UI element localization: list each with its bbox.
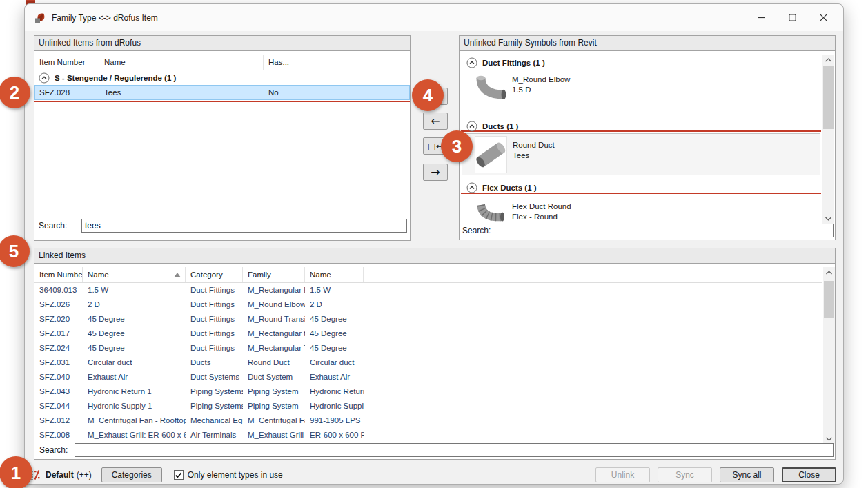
collapse-group-icon[interactable] [39,72,50,84]
footer-left-cluster: Default (++) Categories Only element typ… [30,467,283,483]
search-label: Search: [462,226,491,235]
search-label: Search: [39,445,68,455]
column-header-name-sorted[interactable]: Name [83,267,186,282]
annotation-circle-3: 3 [441,130,473,162]
group-row-stengende-regulerende[interactable]: S - Stengende / Regulerende (1 ) [34,71,410,85]
categories-button[interactable]: Categories [101,467,162,482]
table-row[interactable]: SFZ.040Exhaust AirDuct SystemsDuct Syste… [34,370,822,384]
round-elbow-icon [476,75,508,102]
maximize-icon [789,12,796,24]
family-symbol-item[interactable]: Flex Duct Round Flex - Round [512,202,571,222]
linked-items-search-row: Search: [39,445,834,455]
table-row[interactable]: SFZ.044Hydronic Supply 1Piping SystemsPi… [34,399,822,413]
family-symbol-item[interactable]: M_Round Elbow 1.5 D [512,75,570,95]
table-row[interactable]: 36409.0131.5 WDuct FittingsM_Rectangular… [34,283,822,297]
linked-items-table: 36409.0131.5 WDuct FittingsM_Rectangular… [34,283,822,442]
table-row[interactable]: SFZ.008M_Exhaust Grill: ER-600 x 600 Fac… [34,428,822,442]
table-row[interactable]: SFZ.01745 DegreeDuct FittingsM_Rectangul… [34,326,822,341]
minimize-icon [758,12,765,24]
type-name: 1.5 D [512,85,570,95]
round-duct-icon [475,136,507,173]
annotation-circle-2: 2 [0,77,30,108]
group-label: Flex Ducts (1 ) [482,184,537,192]
group-label: Ducts (1 ) [482,122,518,130]
close-button[interactable] [808,4,839,31]
column-header-family[interactable]: Family [243,267,305,282]
profile-name: Default [46,470,74,480]
link-left-button[interactable]: ← [423,113,448,130]
dialog-family-type-drofus-item: Family Type <-> dRofus Item Unlinked Ite… [24,3,844,485]
type-name: Flex - Round [512,212,571,222]
column-header-name[interactable]: Name [99,55,264,70]
column-header-category[interactable]: Category [186,267,243,282]
minimize-button[interactable] [746,4,777,31]
unlinked-revit-panel-title: Unlinked Family Symbols from Revit [460,36,835,51]
linked-items-panel-title: Linked Items [34,248,835,264]
sync-all-button[interactable]: Sync all [720,467,774,482]
unlinked-item-row-selected[interactable]: SFZ.028 Tees No [34,85,410,100]
table-row[interactable]: SFZ.02045 DegreeDuct FittingsM_Round Tra… [34,312,822,326]
annotation-circle-1: 1 [0,456,32,488]
scrollbar-thumb[interactable] [823,66,834,129]
window-title: Family Type <-> dRofus Item [52,13,158,23]
unlinked-revit-scrollbar[interactable] [822,55,834,224]
column-header-has[interactable]: Has... [264,55,290,70]
maximize-button[interactable] [777,4,808,31]
unlink-button[interactable]: Unlink [595,467,650,482]
only-element-types-label: Only element types in use [188,470,283,480]
cell-item-number: SFZ.028 [35,86,100,99]
family-symbol-item-highlighted[interactable]: Round Duct Tees [462,133,820,175]
type-name: Tees [513,150,555,161]
search-label: Search: [39,221,67,231]
column-header-filler [364,267,822,282]
group-row-flex-ducts[interactable]: Flex Ducts (1 ) [460,182,835,194]
table-row[interactable]: SFZ.0262 DDuct FittingsM_Round Elbow2 D [34,297,822,312]
only-element-types-checkbox[interactable] [174,470,184,480]
column-header-item-number[interactable]: Item Number [34,55,99,70]
family-symbol-text: Round Duct Tees [513,140,555,161]
scrollbar-thumb[interactable] [824,281,834,318]
group-row-duct-fittings[interactable]: Duct Fittings (1 ) [460,57,835,69]
linked-items-column-headers: Item Number Name Category Family Name [34,267,822,283]
cell-has: No [264,86,291,99]
scroll-down-icon[interactable] [822,213,834,224]
table-row[interactable]: SFZ.031Circular ductDuctsRound DuctCircu… [34,355,822,370]
group-label: S - Stengende / Regulerende (1 ) [55,74,176,82]
scroll-up-icon[interactable] [822,55,834,65]
window-controls [746,4,839,31]
column-header-name2[interactable]: Name [305,267,364,282]
checkmark-icon [175,471,182,479]
linked-items-search-input[interactable] [75,443,834,457]
collapse-group-icon[interactable] [466,182,477,193]
footer-buttons: Unlink Sync Sync all Close [595,467,836,482]
sync-button[interactable]: Sync [658,467,712,482]
table-row[interactable]: SFZ.02445 DegreeDuct FittingsM_Rectangul… [34,341,822,355]
scroll-down-icon[interactable] [823,433,835,444]
table-row[interactable]: SFZ.012M_Centrifugal Fan - Rooftop - Up.… [34,413,822,428]
screen: Family Type <-> dRofus Item Unlinked Ite… [0,0,868,488]
close-dialog-button[interactable]: Close [782,467,836,482]
collapse-group-icon[interactable] [466,121,477,132]
unlinked-drofus-panel-title: Unlinked Items from dRofus [34,36,410,51]
titlebar[interactable]: Family Type <-> dRofus Item [25,4,843,31]
linked-items-panel: Linked Items Item Number Name Category F… [34,248,836,460]
family-name: Flex Duct Round [512,202,571,212]
sort-ascending-icon [174,273,181,277]
red-separator-line [34,101,410,102]
unlinked-drofus-panel: Unlinked Items from dRofus Item Number N… [34,35,411,241]
table-row[interactable]: SFZ.043Hydronic Return 1Piping SystemsPi… [34,384,822,399]
column-header-item-number[interactable]: Item Number [34,267,83,282]
unlinked-drofus-column-headers: Item Number Name Has... [34,55,410,70]
link-right-button[interactable]: → [423,164,448,181]
unlinked-drofus-search-row: Search: [39,221,407,231]
close-icon [820,12,827,24]
scroll-up-icon[interactable] [823,267,835,277]
collapse-group-icon[interactable] [466,57,477,68]
unlinked-revit-search-input[interactable] [493,224,834,237]
unlinked-drofus-search-input[interactable] [81,219,407,233]
unlinked-revit-search-row: Search: [462,226,834,235]
profile-suffix: (++) [77,470,92,480]
linked-items-scrollbar[interactable] [823,267,835,444]
group-row-ducts[interactable]: Ducts (1 ) [460,120,835,133]
family-name: Round Duct [513,140,555,150]
